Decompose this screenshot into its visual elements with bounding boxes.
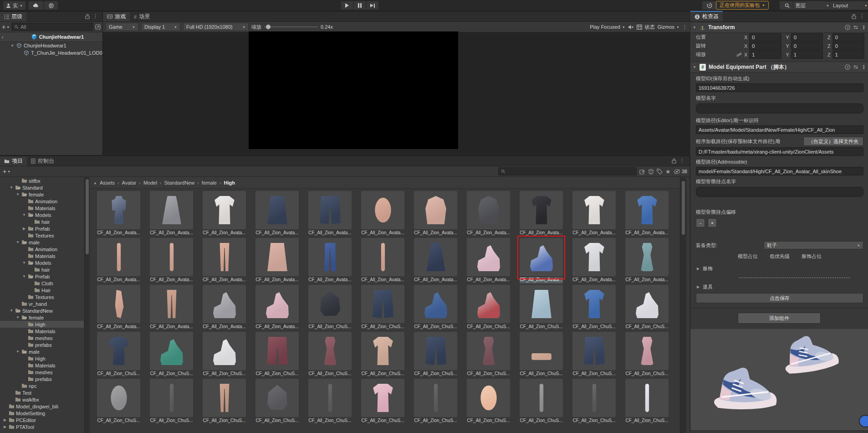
asset-thumbnail[interactable]: [520, 379, 563, 417]
project-folder-row[interactable]: walkfbx: [0, 396, 84, 403]
foldout-arrow-icon[interactable]: ▼: [9, 309, 14, 313]
addressable-path-field[interactable]: model/Female/Standard/High/CF_All_Zion_A…: [696, 167, 863, 175]
asset-thumbnail[interactable]: [361, 379, 404, 417]
presets-icon[interactable]: [853, 25, 858, 30]
project-folder-row[interactable]: Textures: [0, 232, 84, 239]
project-folder-row[interactable]: ▼Prefab: [0, 273, 84, 280]
project-folder-row[interactable]: ▶Prefab: [0, 225, 84, 232]
breadcrumb-item[interactable]: Assets: [100, 180, 115, 186]
foldout-arrow-icon[interactable]: ▼: [15, 350, 20, 354]
save-button[interactable]: 点击保存: [696, 293, 863, 303]
asset-thumbnail[interactable]: [467, 191, 510, 229]
bone-mount-name-field[interactable]: [696, 187, 863, 197]
kebab-menu-icon[interactable]: ⋮: [679, 158, 684, 164]
pause-button[interactable]: [353, 1, 366, 10]
assetbundle-badge-icon[interactable]: [859, 415, 868, 428]
asset-thumbnail[interactable]: [203, 191, 246, 229]
foldout-arrow-icon[interactable]: ▼: [15, 192, 20, 196]
tab-game[interactable]: 游戏: [103, 11, 130, 21]
foldout-arrow-icon[interactable]: ▼: [9, 186, 14, 190]
asset-thumbnail[interactable]: [203, 285, 246, 323]
asset-thumbnail[interactable]: [150, 285, 193, 323]
asset-thumbnail[interactable]: [255, 191, 299, 229]
hierarchy-row[interactable]: ▼ChunjieHeadwear1: [0, 42, 102, 49]
lock-icon[interactable]: [852, 14, 856, 20]
mute-audio-icon[interactable]: [628, 25, 634, 30]
kebab-menu-icon[interactable]: ⋮: [682, 24, 687, 30]
asset-thumbnail[interactable]: [255, 238, 299, 276]
project-folder-row[interactable]: prefabs: [0, 376, 84, 382]
play-button[interactable]: [341, 1, 353, 10]
project-folder-row[interactable]: meshes: [0, 335, 84, 341]
transform-z-input[interactable]: 1: [832, 51, 864, 59]
asset-thumbnail[interactable]: [255, 332, 299, 370]
project-folder-row[interactable]: High: [0, 321, 84, 328]
breadcrumb-item[interactable]: Avatar: [122, 180, 137, 186]
project-folder-row[interactable]: Materials: [0, 253, 84, 259]
asset-thumbnail[interactable]: [255, 379, 299, 417]
hierarchy-row[interactable]: T_ChunJie_Headwear01_LOD0: [0, 49, 102, 57]
create-asset-button[interactable]: + ▼: [3, 168, 10, 175]
model-name-field[interactable]: [696, 103, 863, 113]
asset-thumbnail[interactable]: [625, 332, 669, 370]
project-folder-row[interactable]: Hair: [0, 287, 84, 294]
asset-thumbnail[interactable]: [572, 191, 616, 229]
foldout-arrow-icon[interactable]: ▶: [22, 227, 26, 231]
transform-x-input[interactable]: 0: [749, 33, 781, 41]
open-in-new-icon[interactable]: [639, 169, 645, 175]
asset-thumbnail[interactable]: [203, 238, 246, 276]
asset-thumbnail[interactable]: [97, 285, 140, 323]
asset-thumbnail[interactable]: [572, 332, 616, 370]
transform-header[interactable]: ▼ Transform ? ⋮: [690, 22, 868, 33]
project-folder-row[interactable]: ModelSetting: [0, 410, 84, 417]
transform-z-input[interactable]: 0: [832, 42, 864, 50]
asset-thumbnail[interactable]: [467, 238, 510, 276]
asset-thumbnail[interactable]: [572, 379, 616, 417]
project-folder-row[interactable]: hair: [0, 218, 84, 225]
asset-thumbnail[interactable]: [520, 332, 563, 370]
asset-thumbnail[interactable]: [308, 191, 352, 229]
help-icon[interactable]: ?: [845, 25, 850, 30]
transform-z-input[interactable]: 0: [832, 33, 864, 41]
step-button[interactable]: [366, 1, 379, 10]
save-search-icon[interactable]: [95, 24, 101, 30]
asset-thumbnail[interactable]: [150, 332, 193, 370]
link-constraint-icon[interactable]: [736, 52, 742, 57]
scene-header-row[interactable]: ‹ ChunjieHeadwear1: [0, 32, 102, 42]
project-folder-row[interactable]: Textures: [0, 294, 84, 300]
presets-icon[interactable]: [853, 64, 858, 70]
package-icon[interactable]: [648, 169, 654, 175]
asset-thumbnail[interactable]: [150, 379, 193, 417]
breadcrumb-item[interactable]: female: [202, 180, 217, 186]
vsync-icon[interactable]: [637, 25, 642, 30]
display-dropdown[interactable]: Display 1▼: [141, 23, 180, 31]
project-folder-row[interactable]: ▼female: [0, 191, 84, 198]
gizmos-dropdown[interactable]: Gizmos ▼: [658, 24, 679, 30]
breadcrumb-item[interactable]: StandardNew: [164, 180, 195, 186]
foldout-arrow-icon[interactable]: ▼: [22, 274, 26, 278]
tab-inspector[interactable]: 检查器: [690, 11, 723, 21]
project-folder-row[interactable]: ▼Models: [0, 211, 84, 218]
equip-type-dropdown[interactable]: 鞋子 ▼: [764, 241, 863, 249]
transform-x-input[interactable]: 0: [749, 42, 781, 50]
asset-thumbnail[interactable]: [414, 379, 457, 417]
kebab-menu-icon[interactable]: ⋮: [859, 13, 864, 19]
offset-add-button[interactable]: +: [708, 218, 717, 227]
project-folder-row[interactable]: ▼male: [0, 239, 84, 246]
asset-thumbnail[interactable]: [414, 285, 457, 323]
label-tag-icon[interactable]: [657, 169, 663, 175]
asset-thumbnail[interactable]: [255, 285, 299, 323]
project-folder-row[interactable]: Cloth: [0, 280, 84, 287]
asset-thumbnail[interactable]: [361, 332, 404, 370]
layout-dropdown[interactable]: Layout ▼: [830, 1, 868, 10]
stats-toggle[interactable]: 状态: [645, 24, 655, 31]
placeholder-toggle[interactable]: 低优先级: [770, 253, 790, 260]
asset-thumbnail[interactable]: [150, 238, 193, 276]
transform-y-input[interactable]: 1: [791, 51, 823, 59]
help-icon[interactable]: ?: [845, 64, 850, 70]
plastic-hub-button[interactable]: [44, 1, 58, 10]
asset-thumbnail[interactable]: [203, 332, 246, 370]
asset-thumbnail[interactable]: [361, 238, 404, 276]
model-path-editor-field[interactable]: Assets/Avatar/Model/StandardNew/Female/H…: [696, 125, 863, 134]
tab-console[interactable]: 控制台: [27, 156, 58, 166]
